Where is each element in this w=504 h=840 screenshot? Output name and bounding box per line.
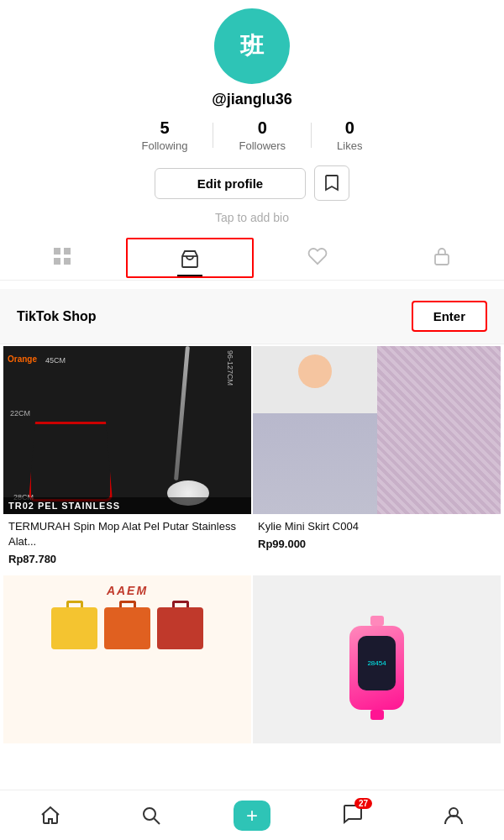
bookmark-button[interactable] (314, 165, 349, 201)
lock-icon (433, 246, 451, 266)
messages-wrapper: 27 (342, 803, 364, 828)
product-image-4: 28454 (253, 575, 501, 743)
svg-rect-1 (64, 248, 71, 255)
product-card-3[interactable]: AAEM (3, 575, 251, 760)
messages-badge: 27 (354, 798, 372, 809)
watch-visual: 28454 (253, 575, 501, 743)
product-info-4 (253, 743, 501, 760)
likes-label: Likes (337, 139, 362, 152)
product-name-2: Kylie Mini Skirt C004 (258, 519, 496, 534)
skirt-visual (253, 346, 501, 514)
nav-home[interactable] (0, 805, 101, 827)
shop-icon (180, 249, 200, 270)
profile-section: 班 @jianglu36 5 Following 0 Followers 0 L… (0, 0, 504, 289)
username: @jianglu36 (212, 91, 292, 108)
search-icon (140, 805, 162, 827)
product-name-1: TERMURAH Spin Mop Alat Pel Putar Stainle… (8, 519, 246, 549)
svg-point-5 (144, 808, 155, 820)
home-icon (39, 805, 61, 827)
svg-rect-2 (54, 258, 60, 265)
tabs-row (0, 236, 504, 281)
nav-add[interactable]: + (202, 801, 302, 831)
heart-icon (307, 246, 328, 266)
avatar: 班 (214, 8, 290, 84)
svg-rect-0 (54, 248, 60, 255)
profile-buttons: Edit profile (155, 165, 349, 201)
product-image-1: Orange 96-127CM 22CM 28CM 45CM TR02 PEL … (3, 346, 251, 514)
product-card-2[interactable]: Kylie Mini Skirt C004 Rp99.000 (253, 346, 501, 574)
nav-messages[interactable]: 27 (302, 803, 403, 828)
grid-icon (52, 246, 72, 266)
product-grid: Orange 96-127CM 22CM 28CM 45CM TR02 PEL … (0, 346, 504, 760)
following-count: 5 (160, 118, 169, 138)
product-price-1: Rp87.780 (8, 553, 246, 565)
stat-divider-1 (213, 123, 213, 148)
bookmark-icon (324, 175, 339, 192)
svg-line-6 (155, 818, 160, 824)
product-overlay-1: TR02 PEL STAINLESS (3, 497, 251, 514)
bottom-nav: + 27 (0, 790, 504, 840)
bio-placeholder[interactable]: Tap to add bio (215, 211, 289, 224)
nav-search[interactable] (101, 805, 202, 827)
svg-rect-4 (435, 255, 449, 265)
product-info-1: TERMURAH Spin Mop Alat Pel Putar Stainle… (3, 514, 251, 574)
stats-row: 5 Following 0 Followers 0 Likes (0, 118, 504, 152)
product-image-3: AAEM (3, 575, 251, 743)
avatar-initials: 班 (240, 30, 264, 62)
followers-label: Followers (239, 139, 286, 152)
shop-label: TikTok Shop (17, 309, 97, 324)
followers-count: 0 (258, 118, 267, 138)
mop-visual: Orange 96-127CM 22CM 28CM 45CM (3, 346, 251, 514)
stat-divider-2 (311, 123, 312, 148)
tab-liked[interactable] (255, 236, 380, 280)
profile-icon (443, 805, 465, 827)
tab-private[interactable] (380, 236, 504, 280)
tab-shop[interactable] (126, 238, 254, 278)
stat-likes[interactable]: 0 Likes (337, 118, 362, 152)
edit-profile-button[interactable]: Edit profile (155, 168, 306, 199)
add-icon: + (246, 806, 258, 826)
svg-rect-3 (64, 258, 71, 265)
product-info-2: Kylie Mini Skirt C004 Rp99.000 (253, 514, 501, 559)
product-card-4[interactable]: 28454 (253, 575, 501, 760)
likes-count: 0 (345, 118, 354, 138)
bags-visual: AAEM (3, 575, 251, 743)
enter-button[interactable]: Enter (412, 301, 487, 332)
product-price-2: Rp99.000 (258, 538, 496, 550)
shop-banner: TikTok Shop Enter (0, 289, 504, 344)
stat-following[interactable]: 5 Following (142, 118, 188, 152)
following-label: Following (142, 139, 188, 152)
stat-followers[interactable]: 0 Followers (239, 118, 286, 152)
tab-grid[interactable] (0, 236, 124, 280)
nav-profile[interactable] (403, 805, 504, 827)
product-info-3 (3, 743, 251, 760)
product-card-1[interactable]: Orange 96-127CM 22CM 28CM 45CM TR02 PEL … (3, 346, 251, 574)
add-button[interactable]: + (234, 801, 270, 831)
product-image-2 (253, 346, 501, 514)
